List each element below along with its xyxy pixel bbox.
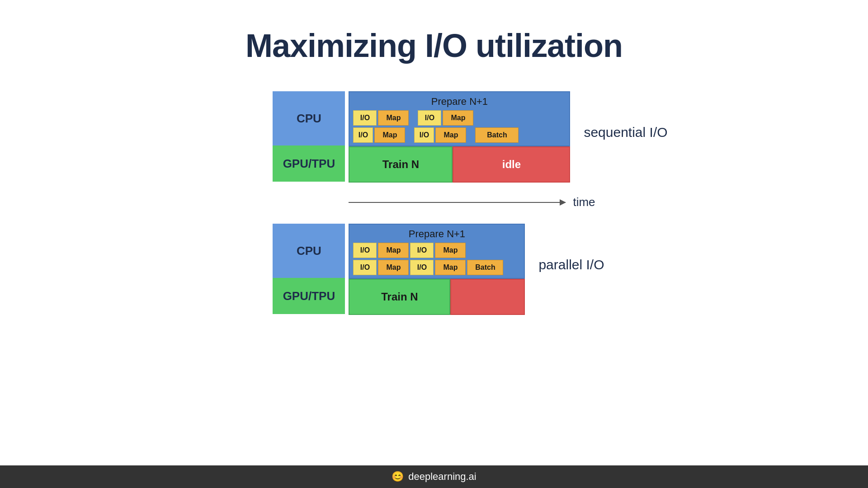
seq-io-row1: I/O Map I/O Map [353,110,566,126]
par-cpu-timeline: Prepare N+1 I/O Map I/O Map I/O Map I/O [349,224,525,279]
par-r2-io1: I/O [353,260,377,275]
seq-idle-block: idle [453,146,570,183]
main-content: Maximizing I/O utilization CPU GPU/TPU P… [0,0,868,465]
par-side-label: parallel I/O [538,257,604,272]
footer-text: deeplearning.ai [408,471,476,483]
seq-r1-io1: I/O [353,110,377,126]
seq-timeline-col: Prepare N+1 I/O Map I/O Map I/O Map [349,91,570,183]
par-train-block: Train N [349,279,450,315]
time-label: time [573,195,595,209]
par-r1-io1: I/O [353,243,377,258]
seq-cpu-label: CPU [273,91,345,145]
par-prepare-label: Prepare N+1 [353,228,520,240]
par-gpu-timeline: Train N [349,279,525,315]
time-line [349,202,566,203]
footer: 😊 deeplearning.ai [0,465,868,488]
seq-io-row2: I/O Map I/O Map Batch [353,127,566,143]
seq-r2-io2: I/O [414,127,434,143]
footer-icon: 😊 [392,471,404,483]
seq-io-rows: I/O Map I/O Map I/O Map I/O Map [353,110,566,143]
seq-r2-map1: Map [374,127,405,143]
par-r2-map2: Map [435,260,466,275]
seq-side-label: sequential I/O [584,125,667,140]
par-timeline-col: Prepare N+1 I/O Map I/O Map I/O Map I/O [349,224,525,315]
par-cpu-label: CPU [273,224,345,278]
par-r1-map1: Map [378,243,409,258]
par-r1-map2: Map [435,243,466,258]
seq-gpu-timeline: Train N idle [349,146,570,183]
par-io-row2: I/O Map I/O Map Batch [353,260,520,275]
par-idle-block [450,279,525,315]
page-title: Maximizing I/O utilization [245,27,623,64]
par-io-row1: I/O Map I/O Map [353,243,520,258]
par-r1-io2: I/O [410,243,434,258]
seq-prepare-label: Prepare N+1 [353,96,566,108]
diagrams-container: CPU GPU/TPU Prepare N+1 I/O Map I/O Map [273,91,667,315]
par-io-rows: I/O Map I/O Map I/O Map I/O Map Batch [353,243,520,275]
par-r2-io2: I/O [410,260,434,275]
seq-r1-map1: Map [378,110,409,126]
seq-r2-io1: I/O [353,127,373,143]
sequential-diagram-row: CPU GPU/TPU Prepare N+1 I/O Map I/O Map [273,91,667,183]
seq-r2-map2: Map [435,127,466,143]
seq-gpu-label: GPU/TPU [273,145,345,182]
seq-cpu-timeline: Prepare N+1 I/O Map I/O Map I/O Map [349,91,570,146]
seq-train-block: Train N [349,146,453,183]
seq-label-col: CPU GPU/TPU [273,91,345,182]
seq-r2-batch: Batch [475,127,519,143]
par-gpu-label: GPU/TPU [273,278,345,314]
parallel-diagram-row: CPU GPU/TPU Prepare N+1 I/O Map I/O Map [273,224,604,315]
par-r2-batch: Batch [467,260,503,275]
par-label-col: CPU GPU/TPU [273,224,345,314]
par-r2-map1: Map [378,260,409,275]
seq-r1-map2: Map [443,110,473,126]
time-arrow-row: time [349,195,595,209]
seq-r1-io2: I/O [418,110,441,126]
